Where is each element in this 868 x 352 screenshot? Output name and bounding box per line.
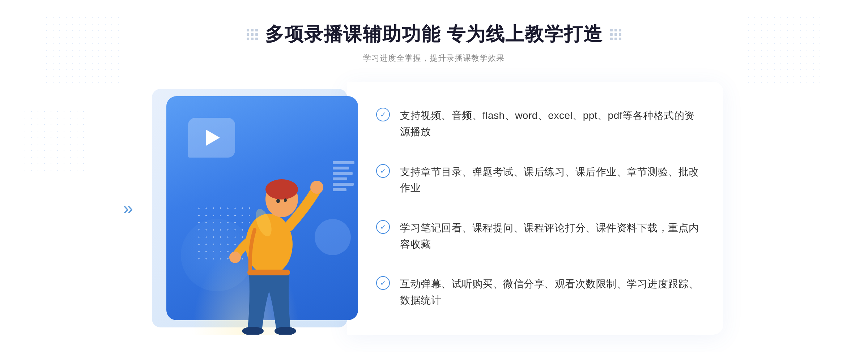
person-illustration bbox=[211, 139, 327, 335]
svg-point-4 bbox=[284, 198, 287, 202]
header-section: 多项录播课辅助功能 专为线上教学打造 学习进度全掌握，提升录播课教学效果 bbox=[247, 22, 621, 64]
subtitle: 学习进度全掌握，提升录播课教学效果 bbox=[247, 53, 621, 64]
check-circle-3: ✓ bbox=[376, 220, 390, 234]
stripe-decoration bbox=[333, 161, 354, 194]
feature-item-2: ✓ 支持章节目录、弹题考试、课后练习、课后作业、章节测验、批改作业 bbox=[376, 158, 702, 203]
features-panel: ✓ 支持视频、音频、flash、word、excel、ppt、pdf等各种格式的… bbox=[347, 82, 723, 335]
feature-item-1: ✓ 支持视频、音频、flash、word、excel、ppt、pdf等各种格式的… bbox=[376, 101, 702, 147]
check-circle-2: ✓ bbox=[376, 164, 390, 178]
check-circle-4: ✓ bbox=[376, 276, 390, 290]
bg-dots-left bbox=[43, 14, 123, 87]
illustration-panel: » bbox=[145, 82, 347, 335]
header-title-row: 多项录播课辅助功能 专为线上教学打造 bbox=[247, 22, 621, 47]
page-wrapper: 多项录播课辅助功能 专为线上教学打造 学习进度全掌握，提升录播课教学效果 bbox=[0, 0, 868, 352]
left-chevrons: » bbox=[123, 199, 133, 217]
feature-text-1: 支持视频、音频、flash、word、excel、ppt、pdf等各种格式的资源… bbox=[400, 108, 702, 140]
svg-rect-7 bbox=[247, 270, 290, 275]
check-circle-1: ✓ bbox=[376, 108, 390, 121]
feature-text-3: 学习笔记回看、课程提问、课程评论打分、课件资料下载，重点内容收藏 bbox=[400, 220, 702, 253]
feature-item-4: ✓ 互动弹幕、试听购买、微信分享、观看次数限制、学习进度跟踪、数据统计 bbox=[376, 270, 702, 315]
check-icon-3: ✓ bbox=[380, 223, 386, 231]
feature-item-3: ✓ 学习笔记回看、课程提问、课程评论打分、课件资料下载，重点内容收藏 bbox=[376, 214, 702, 259]
content-area: » ✓ 支持视频、音频、flash、word、excel、ppt、pdf等各种格… bbox=[145, 82, 723, 335]
svg-point-5 bbox=[310, 181, 323, 194]
feature-text-2: 支持章节目录、弹题考试、课后练习、课后作业、章节测验、批改作业 bbox=[400, 164, 702, 197]
check-icon-1: ✓ bbox=[380, 111, 386, 118]
svg-point-2 bbox=[265, 179, 298, 199]
main-title: 多项录播课辅助功能 专为线上教学打造 bbox=[265, 22, 603, 47]
feature-text-4: 互动弹幕、试听购买、微信分享、观看次数限制、学习进度跟踪、数据统计 bbox=[400, 276, 702, 309]
check-icon-2: ✓ bbox=[380, 167, 386, 175]
title-dots-right bbox=[610, 29, 621, 40]
check-icon-4: ✓ bbox=[380, 279, 386, 287]
svg-point-6 bbox=[229, 252, 241, 263]
chevron-icon: » bbox=[123, 199, 133, 217]
svg-point-3 bbox=[276, 199, 280, 203]
bg-dots-right bbox=[745, 14, 825, 87]
bg-dots-left2 bbox=[22, 108, 87, 173]
title-dots-left bbox=[247, 29, 258, 40]
